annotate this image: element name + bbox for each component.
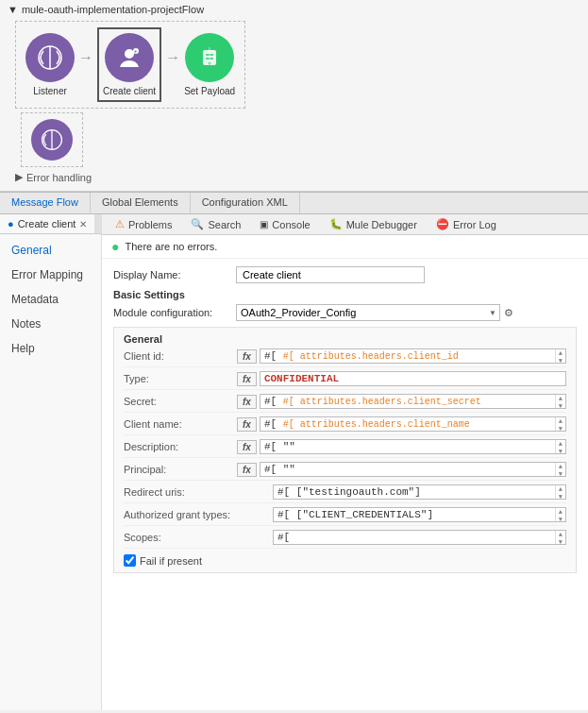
spinner-up-secret[interactable]: ▲ [556, 395, 565, 402]
scopes-input[interactable]: #[ ▲▼ [273, 530, 566, 545]
field-row-secret: Secret: fx #[ #[ attributes.headers.clie… [124, 394, 566, 413]
scopes-value: #[ [277, 532, 290, 543]
general-section: General Client id: fx #[ #[ attributes.h… [113, 327, 577, 573]
tab-problems-label: Problems [128, 219, 172, 230]
display-name-input[interactable] [236, 266, 425, 283]
general-section-title: General [124, 333, 566, 345]
spinner-up-redirect[interactable]: ▲ [556, 485, 565, 493]
status-message: There are no errors. [125, 241, 217, 252]
flow-title-text: mule-oauth-implementation-projectFlow [22, 4, 204, 15]
secret-input[interactable]: #[ #[ attributes.headers.client_secret ▲… [260, 394, 566, 409]
spinner-up-scopes[interactable]: ▲ [556, 531, 565, 538]
spinner-down-scopes[interactable]: ▼ [556, 538, 565, 546]
client-id-fx-button[interactable]: fx [237, 349, 257, 364]
field-row-redirect-uris: Redirect uris: #[ ["testingoauth.com"] ▲… [124, 484, 566, 503]
flow-node-set-payload[interactable]: Set Payload [184, 33, 235, 96]
client-name-value: #[ attributes.headers.client_name [283, 419, 470, 430]
module-config-label: Module configuration: [113, 307, 236, 318]
flow-collapse-icon[interactable]: ▼ [8, 4, 18, 15]
tab-problems[interactable]: ⚠ Problems [106, 214, 181, 234]
principal-value: #[ "" [264, 464, 295, 475]
principal-input[interactable]: #[ "" ▲▼ [260, 462, 566, 477]
tab-error-log-label: Error Log [453, 219, 496, 230]
field-row-description: Description: fx #[ "" ▲▼ [124, 439, 566, 458]
tab-message-flow[interactable]: Message Flow [0, 193, 91, 213]
tab-global-elements[interactable]: Global Elements [91, 193, 191, 213]
error-handling-arrow: ▶ [15, 171, 23, 183]
sidebar-item-notes[interactable]: Notes [0, 312, 101, 336]
left-active-tab[interactable]: ● Create client ✕ [0, 214, 95, 233]
spinner-up-principal[interactable]: ▲ [556, 463, 565, 470]
spinner-up-client-name[interactable]: ▲ [556, 417, 565, 425]
principal-fx-button[interactable]: fx [237, 463, 257, 477]
tab-search[interactable]: 🔍 Search [181, 214, 250, 234]
left-tab-close[interactable]: ✕ [79, 219, 87, 229]
tab-error-log[interactable]: ⛔ Error Log [427, 214, 506, 234]
spinner-up-client-id[interactable]: ▲ [556, 349, 565, 357]
spinner-down-description[interactable]: ▼ [556, 448, 565, 455]
description-label: Description: [124, 441, 237, 452]
console-icon: ▣ [260, 219, 268, 229]
principal-label: Principal: [124, 464, 237, 475]
flow-node-listener[interactable]: Listener [25, 33, 75, 96]
error-handling[interactable]: ▶ Error handling [8, 167, 580, 187]
tab-configuration-xml[interactable]: Configuration XML [191, 193, 300, 213]
flow-second-box [21, 112, 83, 167]
secret-fx-button[interactable]: fx [237, 395, 257, 409]
fail-if-present-label: Fail if present [140, 555, 202, 567]
secret-label: Secret: [124, 396, 237, 407]
type-label: Type: [124, 373, 237, 384]
redirect-uris-label: Redirect uris: [124, 486, 237, 498]
display-name-row: Display Name: [113, 266, 577, 283]
flow-node-create-client[interactable]: + Create client [97, 27, 161, 102]
bottom-tab-bar: Message Flow Global Elements Configurati… [0, 192, 588, 214]
auth-grant-types-value: #[ ["CLIENT_CREDENTIALS"] [277, 509, 433, 520]
main-area: ● Create client ✕ General Error Mapping … [0, 214, 588, 710]
field-row-client-name: Client name: fx #[ #[ attributes.headers… [124, 416, 566, 435]
left-menu: General Error Mapping Metadata Notes Hel… [0, 234, 101, 361]
client-id-value: #[ attributes.headers.client_id [283, 351, 459, 362]
client-name-input[interactable]: #[ #[ attributes.headers.client_name ▲▼ [260, 416, 566, 432]
description-fx-button[interactable]: fx [237, 440, 257, 454]
description-input[interactable]: #[ "" ▲▼ [260, 439, 566, 454]
status-bar: ● There are no errors. [102, 235, 588, 259]
right-panel: ⚠ Problems 🔍 Search ▣ Console 🐛 Mule Deb… [102, 214, 588, 710]
sidebar-item-help[interactable]: Help [0, 336, 101, 361]
spinner-down-redirect[interactable]: ▼ [556, 493, 565, 501]
type-fx-button[interactable]: fx [237, 372, 257, 386]
listener-label: Listener [33, 86, 67, 96]
spinner-down-client-name[interactable]: ▼ [556, 425, 565, 433]
flow-node-second[interactable] [31, 119, 73, 161]
module-config-select[interactable]: OAuth2_Provider_Config [236, 304, 500, 321]
tab-console[interactable]: ▣ Console [250, 215, 319, 234]
second-row [8, 109, 245, 167]
client-name-fx-button[interactable]: fx [237, 417, 257, 432]
fail-if-present-checkbox[interactable] [124, 554, 136, 567]
auth-grant-types-input[interactable]: #[ ["CLIENT_CREDENTIALS"] ▲▼ [273, 507, 566, 522]
arrow-2: → [161, 49, 184, 81]
spinner-up-grant-types[interactable]: ▲ [556, 508, 565, 516]
spinner-down-principal[interactable]: ▼ [556, 470, 565, 478]
type-input[interactable]: CONFIDENTIAL [260, 371, 566, 386]
field-row-principal: Principal: fx #[ "" ▲▼ [124, 462, 566, 481]
module-config-row: Module configuration: OAuth2_Provider_Co… [113, 304, 577, 321]
sidebar-item-metadata[interactable]: Metadata [0, 287, 101, 312]
client-id-label: Client id: [124, 350, 237, 362]
warning-icon: ⚠ [115, 218, 125, 230]
flow-main-box: Listener → + Create client → [15, 21, 245, 109]
spinner-down-grant-types[interactable]: ▼ [556, 516, 565, 523]
flow-title: ▼ mule-oauth-implementation-projectFlow [8, 4, 580, 15]
error-icon: ⛔ [436, 218, 449, 230]
tab-mule-debugger[interactable]: 🐛 Mule Debugger [320, 214, 427, 234]
svg-text:+: + [134, 48, 138, 54]
sidebar-item-general[interactable]: General [0, 238, 101, 263]
client-name-label: Client name: [124, 418, 237, 430]
client-id-input[interactable]: #[ #[ attributes.headers.client_id ▲▼ [260, 348, 566, 364]
secret-value: #[ attributes.headers.client_secret [283, 397, 481, 407]
module-config-edit-icon[interactable]: ⚙ [504, 307, 513, 319]
spinner-down-client-id[interactable]: ▼ [556, 357, 565, 365]
spinner-up-description[interactable]: ▲ [556, 440, 565, 448]
spinner-down-secret[interactable]: ▼ [556, 402, 565, 410]
redirect-uris-input[interactable]: #[ ["testingoauth.com"] ▲▼ [273, 484, 566, 500]
sidebar-item-error-mapping[interactable]: Error Mapping [0, 263, 101, 287]
